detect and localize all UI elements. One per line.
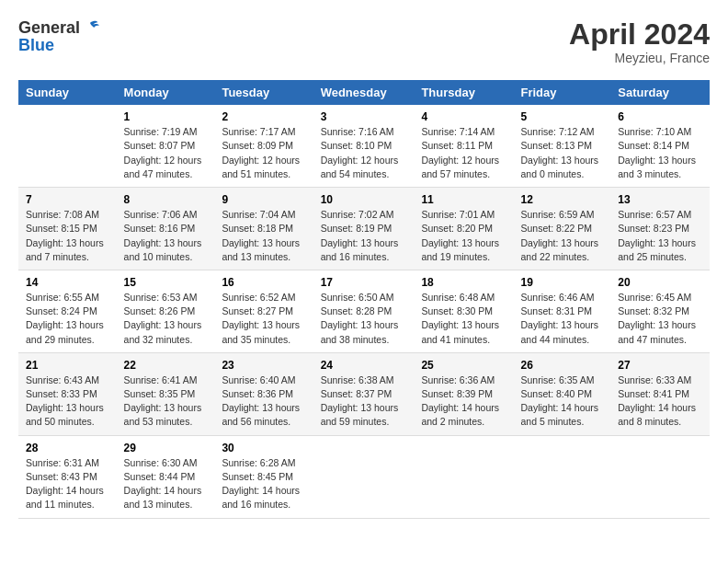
col-header-sunday: Sunday bbox=[18, 80, 117, 105]
day-info: Sunrise: 7:10 AMSunset: 8:14 PMDaylight:… bbox=[618, 126, 696, 179]
day-info: Sunrise: 6:52 AMSunset: 8:27 PMDaylight:… bbox=[222, 292, 300, 345]
day-info: Sunrise: 6:33 AMSunset: 8:41 PMDaylight:… bbox=[618, 374, 696, 428]
day-number: 12 bbox=[520, 193, 603, 206]
day-info: Sunrise: 6:57 AMSunset: 8:23 PMDaylight:… bbox=[618, 209, 696, 262]
day-number: 17 bbox=[321, 276, 407, 289]
day-number: 9 bbox=[222, 193, 305, 206]
day-info: Sunrise: 7:19 AMSunset: 8:07 PMDaylight:… bbox=[124, 126, 202, 179]
day-info: Sunrise: 6:59 AMSunset: 8:22 PMDaylight:… bbox=[520, 209, 598, 262]
day-info: Sunrise: 6:45 AMSunset: 8:32 PMDaylight:… bbox=[618, 292, 696, 345]
calendar-cell: 8Sunrise: 7:06 AMSunset: 8:16 PMDaylight… bbox=[117, 188, 215, 270]
day-info: Sunrise: 6:28 AMSunset: 8:45 PMDaylight:… bbox=[222, 457, 300, 511]
day-number: 26 bbox=[520, 359, 603, 372]
day-number: 10 bbox=[321, 193, 407, 206]
day-number: 7 bbox=[26, 193, 109, 206]
day-info: Sunrise: 7:17 AMSunset: 8:09 PMDaylight:… bbox=[222, 126, 300, 179]
calendar-table: SundayMondayTuesdayWednesdayThursdayFrid… bbox=[18, 80, 710, 518]
day-number: 15 bbox=[124, 276, 208, 289]
day-info: Sunrise: 6:43 AMSunset: 8:33 PMDaylight:… bbox=[26, 374, 104, 428]
calendar-cell: 12Sunrise: 6:59 AMSunset: 8:22 PMDayligh… bbox=[513, 188, 610, 270]
day-info: Sunrise: 6:30 AMSunset: 8:44 PMDaylight:… bbox=[124, 457, 202, 511]
calendar-cell: 19Sunrise: 6:46 AMSunset: 8:31 PMDayligh… bbox=[513, 270, 610, 352]
day-number: 19 bbox=[520, 276, 603, 289]
calendar-cell: 16Sunrise: 6:52 AMSunset: 8:27 PMDayligh… bbox=[214, 270, 313, 352]
calendar-cell: 9Sunrise: 7:04 AMSunset: 8:18 PMDaylight… bbox=[214, 188, 313, 270]
calendar-cell: 4Sunrise: 7:14 AMSunset: 8:11 PMDaylight… bbox=[414, 105, 513, 187]
day-info: Sunrise: 7:08 AMSunset: 8:15 PMDaylight:… bbox=[26, 209, 104, 262]
calendar-week-3: 14Sunrise: 6:55 AMSunset: 8:24 PMDayligh… bbox=[18, 270, 710, 352]
calendar-cell: 24Sunrise: 6:38 AMSunset: 8:37 PMDayligh… bbox=[313, 352, 415, 435]
calendar-cell: 3Sunrise: 7:16 AMSunset: 8:10 PMDaylight… bbox=[313, 105, 415, 187]
day-info: Sunrise: 6:46 AMSunset: 8:31 PMDaylight:… bbox=[520, 292, 598, 345]
calendar-cell: 5Sunrise: 7:12 AMSunset: 8:13 PMDaylight… bbox=[513, 105, 610, 187]
day-number: 11 bbox=[421, 193, 506, 206]
day-info: Sunrise: 7:06 AMSunset: 8:16 PMDaylight:… bbox=[124, 209, 202, 262]
day-number: 4 bbox=[421, 110, 506, 123]
calendar-cell: 17Sunrise: 6:50 AMSunset: 8:28 PMDayligh… bbox=[313, 270, 415, 352]
calendar-cell bbox=[313, 435, 415, 518]
day-number: 27 bbox=[618, 359, 702, 372]
day-info: Sunrise: 6:50 AMSunset: 8:28 PMDaylight:… bbox=[321, 292, 399, 345]
title-block: April 2024 Meyzieu, France bbox=[569, 18, 710, 65]
calendar-cell: 14Sunrise: 6:55 AMSunset: 8:24 PMDayligh… bbox=[18, 270, 117, 352]
day-number: 2 bbox=[222, 110, 305, 123]
col-header-monday: Monday bbox=[117, 80, 215, 105]
calendar-header-row: SundayMondayTuesdayWednesdayThursdayFrid… bbox=[18, 80, 710, 105]
day-info: Sunrise: 7:14 AMSunset: 8:11 PMDaylight:… bbox=[421, 126, 499, 179]
calendar-cell: 29Sunrise: 6:30 AMSunset: 8:44 PMDayligh… bbox=[117, 435, 215, 518]
day-number: 8 bbox=[124, 193, 208, 206]
calendar-week-1: 1Sunrise: 7:19 AMSunset: 8:07 PMDaylight… bbox=[18, 105, 710, 187]
calendar-cell: 25Sunrise: 6:36 AMSunset: 8:39 PMDayligh… bbox=[414, 352, 513, 435]
day-number: 29 bbox=[124, 442, 208, 454]
day-info: Sunrise: 6:40 AMSunset: 8:36 PMDaylight:… bbox=[222, 374, 300, 428]
day-number: 14 bbox=[26, 276, 109, 289]
day-number: 6 bbox=[618, 110, 702, 123]
col-header-thursday: Thursday bbox=[414, 80, 513, 105]
calendar-cell: 27Sunrise: 6:33 AMSunset: 8:41 PMDayligh… bbox=[610, 352, 710, 435]
calendar-cell: 18Sunrise: 6:48 AMSunset: 8:30 PMDayligh… bbox=[414, 270, 513, 352]
col-header-tuesday: Tuesday bbox=[214, 80, 313, 105]
day-info: Sunrise: 7:01 AMSunset: 8:20 PMDaylight:… bbox=[421, 209, 499, 262]
logo-general-text: General bbox=[18, 19, 80, 36]
calendar-cell: 1Sunrise: 7:19 AMSunset: 8:07 PMDaylight… bbox=[117, 105, 215, 187]
calendar-cell: 21Sunrise: 6:43 AMSunset: 8:33 PMDayligh… bbox=[18, 352, 117, 435]
calendar-week-4: 21Sunrise: 6:43 AMSunset: 8:33 PMDayligh… bbox=[18, 352, 710, 435]
calendar-cell bbox=[513, 435, 610, 518]
day-info: Sunrise: 6:48 AMSunset: 8:30 PMDaylight:… bbox=[421, 292, 499, 345]
day-info: Sunrise: 7:02 AMSunset: 8:19 PMDaylight:… bbox=[321, 209, 399, 262]
calendar-cell: 28Sunrise: 6:31 AMSunset: 8:43 PMDayligh… bbox=[18, 435, 117, 518]
logo-blue-text: Blue bbox=[18, 36, 54, 54]
calendar-week-5: 28Sunrise: 6:31 AMSunset: 8:43 PMDayligh… bbox=[18, 435, 710, 518]
calendar-cell: 30Sunrise: 6:28 AMSunset: 8:45 PMDayligh… bbox=[214, 435, 313, 518]
day-number: 3 bbox=[321, 110, 407, 123]
day-info: Sunrise: 6:38 AMSunset: 8:37 PMDaylight:… bbox=[321, 374, 399, 428]
day-number: 30 bbox=[222, 442, 305, 454]
day-number: 20 bbox=[618, 276, 702, 289]
day-number: 25 bbox=[421, 359, 506, 372]
day-info: Sunrise: 6:41 AMSunset: 8:35 PMDaylight:… bbox=[124, 374, 202, 428]
calendar-cell bbox=[18, 105, 117, 187]
day-info: Sunrise: 6:55 AMSunset: 8:24 PMDaylight:… bbox=[26, 292, 104, 345]
logo: General Blue bbox=[18, 18, 100, 54]
calendar-cell bbox=[414, 435, 513, 518]
day-number: 28 bbox=[26, 442, 109, 454]
col-header-friday: Friday bbox=[513, 80, 610, 105]
page-header: General Blue April 2024 Meyzieu, France bbox=[18, 18, 710, 65]
day-info: Sunrise: 6:36 AMSunset: 8:39 PMDaylight:… bbox=[421, 374, 499, 428]
logo-block: General Blue bbox=[18, 18, 100, 54]
day-number: 24 bbox=[321, 359, 407, 372]
col-header-wednesday: Wednesday bbox=[313, 80, 415, 105]
calendar-cell: 15Sunrise: 6:53 AMSunset: 8:26 PMDayligh… bbox=[117, 270, 215, 352]
calendar-cell: 22Sunrise: 6:41 AMSunset: 8:35 PMDayligh… bbox=[117, 352, 215, 435]
day-number: 21 bbox=[26, 359, 109, 372]
day-number: 16 bbox=[222, 276, 305, 289]
day-number: 18 bbox=[421, 276, 506, 289]
calendar-week-2: 7Sunrise: 7:08 AMSunset: 8:15 PMDaylight… bbox=[18, 188, 710, 270]
day-info: Sunrise: 6:53 AMSunset: 8:26 PMDaylight:… bbox=[124, 292, 202, 345]
day-number: 1 bbox=[124, 110, 208, 123]
calendar-cell: 11Sunrise: 7:01 AMSunset: 8:20 PMDayligh… bbox=[414, 188, 513, 270]
calendar-cell: 6Sunrise: 7:10 AMSunset: 8:14 PMDaylight… bbox=[610, 105, 710, 187]
calendar-cell: 2Sunrise: 7:17 AMSunset: 8:09 PMDaylight… bbox=[214, 105, 313, 187]
col-header-saturday: Saturday bbox=[610, 80, 710, 105]
calendar-cell: 26Sunrise: 6:35 AMSunset: 8:40 PMDayligh… bbox=[513, 352, 610, 435]
